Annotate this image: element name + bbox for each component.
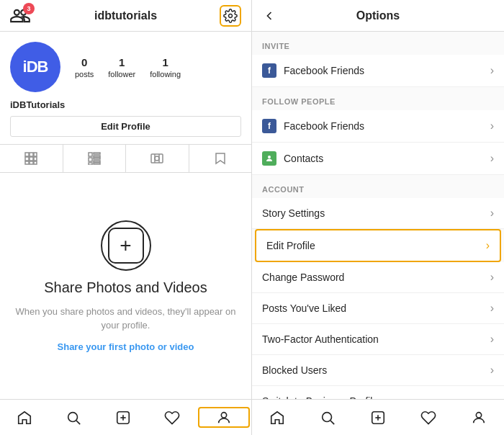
posts-liked-item[interactable]: Posts You've Liked ›: [252, 293, 504, 324]
left-header: 3 idbtutorials: [0, 0, 251, 32]
option-left: Posts You've Liked: [262, 302, 346, 314]
options-title: Options: [356, 9, 400, 22]
svg-point-0: [229, 14, 233, 17]
story-settings-label: Story Settings: [262, 207, 325, 219]
change-password-item[interactable]: Change Password ›: [252, 262, 504, 293]
facebook-friends-follow-item[interactable]: f Facebook Friends ›: [252, 110, 504, 143]
chevron-right-icon: ›: [490, 152, 494, 165]
svg-line-30: [330, 421, 334, 424]
settings-gear-button[interactable]: [220, 5, 241, 27]
nav-home-button[interactable]: [0, 405, 49, 429]
chevron-right-icon: ›: [490, 120, 494, 133]
right-bottom-nav: [252, 399, 504, 435]
blocked-users-label: Blocked Users: [262, 364, 327, 376]
plus-symbol: +: [120, 236, 131, 256]
svg-rect-8: [30, 161, 33, 164]
option-left: Two-Factor Authentication: [262, 333, 379, 345]
svg-rect-11: [94, 153, 100, 154]
svg-rect-4: [25, 157, 29, 161]
edit-profile-button[interactable]: Edit Profile: [10, 116, 241, 137]
svg-point-27: [221, 412, 226, 417]
facebook-friends-invite-item[interactable]: f Facebook Friends ›: [252, 55, 504, 87]
add-media-icon: +: [101, 220, 151, 271]
right-panel: Options INVITE f Facebook Friends › FOLL…: [252, 0, 504, 435]
profile-stats: 0 posts 1 follower 1 following: [75, 56, 241, 79]
view-toggle: [0, 144, 251, 173]
blocked-users-item[interactable]: Blocked Users ›: [252, 355, 504, 386]
add-people-button[interactable]: 3: [10, 6, 30, 26]
section-follow-header: FOLLOW PEOPLE: [252, 87, 504, 110]
list-view-button[interactable]: [63, 145, 127, 172]
two-factor-label: Two-Factor Authentication: [262, 333, 379, 345]
svg-point-28: [268, 156, 271, 158]
right-header: Options: [252, 0, 504, 32]
grid-view-button[interactable]: [0, 145, 63, 172]
right-nav-profile-button[interactable]: [454, 405, 504, 429]
nav-profile-button[interactable]: [198, 407, 250, 428]
switch-business-item[interactable]: Switch to Business Profile ›: [252, 386, 504, 399]
profile-name-section: iDBTutorials Edit Profile: [0, 99, 251, 144]
svg-rect-15: [94, 161, 100, 162]
option-left: Edit Profile: [266, 240, 315, 251]
section-invite-header: INVITE: [252, 32, 504, 55]
empty-description: When you share photos and videos, they'l…: [14, 305, 237, 333]
edit-profile-item[interactable]: Edit Profile ›: [255, 229, 501, 262]
option-left: f Facebook Friends: [262, 63, 364, 78]
svg-rect-2: [30, 153, 33, 156]
right-nav-home-button[interactable]: [252, 405, 302, 429]
chevron-right-icon: ›: [490, 271, 494, 284]
notification-badge: 3: [23, 3, 35, 14]
saved-view-button[interactable]: [189, 145, 252, 172]
option-left: Blocked Users: [262, 364, 327, 376]
svg-rect-1: [25, 153, 29, 156]
svg-rect-14: [94, 158, 100, 159]
svg-rect-7: [25, 161, 29, 164]
share-first-photo-link[interactable]: Share your first photo or video: [58, 341, 194, 352]
option-left: f Facebook Friends: [262, 119, 364, 133]
right-nav-add-button[interactable]: [353, 405, 403, 429]
svg-point-22: [68, 412, 78, 421]
nav-search-button[interactable]: [49, 405, 98, 429]
profile-username-header: idbtutorials: [94, 9, 157, 22]
svg-point-29: [323, 412, 332, 421]
svg-rect-3: [34, 153, 37, 156]
stat-followers: 1 follower: [108, 56, 135, 79]
svg-rect-10: [89, 153, 92, 156]
nav-add-button[interactable]: [98, 405, 147, 429]
edit-profile-label: Edit Profile: [266, 240, 315, 251]
option-left: Contacts: [262, 151, 323, 166]
right-nav-heart-button[interactable]: [403, 405, 454, 429]
svg-rect-9: [34, 161, 37, 164]
left-bottom-nav: [0, 399, 251, 435]
svg-rect-18: [151, 154, 163, 163]
svg-rect-12: [94, 156, 100, 157]
right-nav-search-button[interactable]: [302, 405, 353, 429]
chevron-right-icon: ›: [490, 364, 494, 377]
change-password-label: Change Password: [262, 272, 344, 283]
option-left: Change Password: [262, 272, 344, 283]
story-settings-item[interactable]: Story Settings ›: [252, 198, 504, 229]
avatar: iDB: [10, 42, 60, 92]
svg-rect-6: [34, 157, 37, 161]
followers-label: follower: [108, 70, 135, 79]
tagged-view-button[interactable]: [126, 145, 189, 172]
chevron-right-icon: ›: [486, 239, 490, 252]
svg-rect-5: [30, 157, 33, 161]
add-circle-inner: +: [108, 228, 144, 264]
chevron-right-icon: ›: [490, 64, 494, 77]
profile-section: iDB 0 posts 1 follower 1 following: [0, 32, 251, 99]
section-account-header: ACCOUNT: [252, 175, 504, 198]
nav-heart-button[interactable]: [148, 405, 197, 429]
chevron-right-icon: ›: [490, 302, 494, 315]
option-left: Story Settings: [262, 207, 325, 219]
contacts-item[interactable]: Contacts ›: [252, 143, 504, 175]
svg-rect-13: [89, 158, 92, 161]
facebook-icon: f: [262, 119, 276, 133]
chevron-right-icon: ›: [490, 207, 494, 220]
back-button[interactable]: [262, 9, 276, 23]
invite-facebook-label: Facebook Friends: [284, 65, 364, 76]
svg-point-19: [155, 156, 159, 161]
posts-count: 0: [81, 56, 87, 68]
two-factor-auth-item[interactable]: Two-Factor Authentication ›: [252, 324, 504, 355]
followers-count: 1: [119, 56, 125, 68]
